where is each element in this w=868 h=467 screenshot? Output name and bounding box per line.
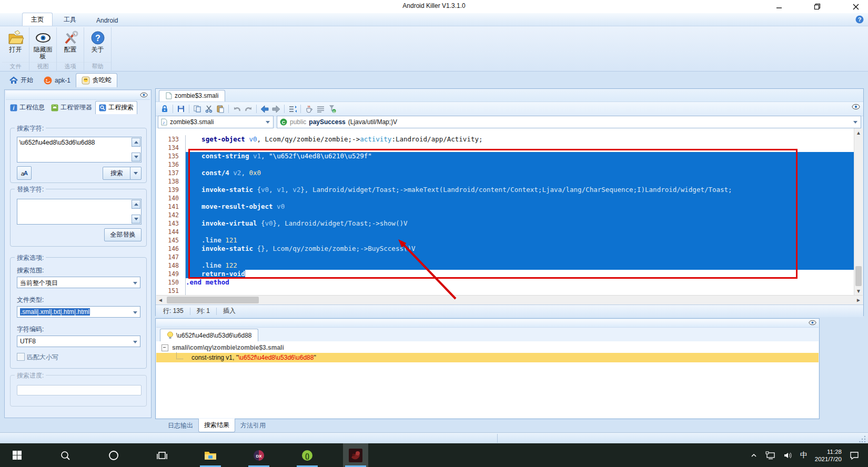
replace-all-button[interactable]: 全部替换 <box>104 228 142 241</box>
sidebar-tab-1[interactable]: i工程信息 <box>7 101 48 114</box>
match-case-checkbox[interactable] <box>17 353 25 361</box>
scroll-down-icon[interactable]: ▼ <box>854 287 863 295</box>
code-line-144[interactable]: 144 <box>156 228 854 236</box>
scroll-left-icon[interactable]: ◄ <box>156 296 165 304</box>
eye-toggle-icon[interactable] <box>809 319 816 326</box>
scroll-down-icon[interactable] <box>132 153 140 161</box>
ribbon-button-4[interactable]: ?关于 <box>85 27 110 62</box>
toolbar-java-button[interactable] <box>303 104 315 114</box>
taskbar-start-button[interactable] <box>4 443 29 467</box>
close-button[interactable] <box>847 0 865 13</box>
code-line-148[interactable]: 148 .line 122 <box>156 261 854 270</box>
ribbon-tab-2[interactable]: 工具 <box>55 13 85 26</box>
taskbar-jadx-button[interactable]: DX <box>246 443 271 467</box>
scope-select[interactable]: 当前整个项目 <box>17 277 140 288</box>
collapse-icon[interactable] <box>162 344 168 351</box>
result-file-row[interactable]: smali\com\qy\zombie\zombie$3.smali <box>162 344 284 351</box>
code-line-133[interactable]: 133 sget-object v0, Lcom/qy/zombie/zombi… <box>156 135 854 144</box>
ribbon-tab-3[interactable]: Android <box>87 14 127 26</box>
code-line-151[interactable]: 151 <box>156 287 854 295</box>
toolbar-cut-button[interactable] <box>203 104 215 114</box>
ribbon-tab-1[interactable]: 主页 <box>22 13 53 26</box>
vertical-scrollbar[interactable]: ▲ ▼ <box>854 128 863 295</box>
code-line-136[interactable]: 136 <box>156 160 854 169</box>
ribbon-button-1[interactable]: 打开 <box>3 27 28 62</box>
restore-button[interactable] <box>808 0 826 13</box>
scroll-up-icon[interactable] <box>132 138 140 147</box>
scrollbar-thumb[interactable] <box>167 297 259 303</box>
method-dropdown[interactable]: C public paySuccess (Ljava/util/Map;)V <box>277 116 861 128</box>
document-tab-2[interactable]: apk-1 <box>38 74 76 87</box>
minimize-button[interactable] <box>770 0 788 13</box>
taskbar-code-app-button[interactable]: () <box>295 443 320 467</box>
eye-toggle-icon[interactable] <box>140 92 148 98</box>
code-line-150[interactable]: 150.end method <box>156 278 854 287</box>
ime-indicator[interactable]: 中 <box>800 451 808 460</box>
taskbar-file-explorer-button[interactable] <box>198 443 223 467</box>
resize-grip-icon[interactable] <box>859 435 866 442</box>
toolbar-redo-button[interactable] <box>243 104 254 114</box>
toolbar-lock-button[interactable] <box>159 104 170 114</box>
sidebar-tab-2[interactable]: 工程管理器 <box>48 101 95 114</box>
output-tab-3[interactable]: 方法引用 <box>235 419 271 432</box>
action-center-icon[interactable] <box>849 451 860 460</box>
horizontal-scrollbar[interactable]: ◄ ► <box>156 295 863 304</box>
code-line-147[interactable]: 147 <box>156 253 854 261</box>
font-case-button[interactable]: aA <box>17 166 32 180</box>
code-line-138[interactable]: 138 <box>156 177 854 186</box>
taskbar-search-button[interactable] <box>53 443 78 467</box>
ribbon-button-3[interactable]: 配置 <box>57 27 83 62</box>
network-icon[interactable] <box>765 451 776 460</box>
scrollbar-thumb[interactable] <box>855 266 862 286</box>
output-tab-1[interactable]: 日志输出 <box>163 419 198 432</box>
replace-input-scrollbar[interactable] <box>132 200 140 224</box>
search-input-scrollbar[interactable] <box>132 138 140 161</box>
code-line-143[interactable]: 143 invoke-virtual {v0}, Landroid/widget… <box>156 219 854 228</box>
document-tab-1[interactable]: 开始 <box>4 74 38 87</box>
search-input[interactable]: \u652f\u4ed8\u53d6\u6d88 <box>17 137 142 163</box>
taskbar-cortana-button[interactable] <box>101 443 126 467</box>
toolbar-paste-button[interactable] <box>215 104 226 114</box>
toolbar-forward-button[interactable] <box>270 104 282 114</box>
toolbar-copy-button[interactable] <box>191 104 203 114</box>
code-line-137[interactable]: 137 const/4 v2, 0x0 <box>156 169 854 177</box>
result-match-row[interactable]: const-string v1, "\u652f\u4ed8\u53d6\u6d… <box>156 353 819 362</box>
code-line-149[interactable]: 149 return-void <box>156 270 854 278</box>
taskbar-clock[interactable]: 11:28 2021/7/20 <box>815 448 842 463</box>
code-line-134[interactable]: 134 <box>156 144 854 152</box>
chevron-up-icon[interactable] <box>750 451 758 460</box>
taskbar-android-killer-button[interactable] <box>343 443 368 467</box>
search-button[interactable]: 搜索 <box>103 167 131 180</box>
file-dropdown[interactable]: ♪ zombie$3.smali <box>158 116 274 128</box>
code-line-141[interactable]: 141 move-result-object v0 <box>156 202 854 211</box>
scroll-down-icon[interactable] <box>132 215 140 224</box>
code-line-146[interactable]: 146 invoke-static {}, Lcom/qy/zombie/zom… <box>156 245 854 253</box>
toolbar-sort-lines-button[interactable] <box>287 104 298 114</box>
toolbar-import-method-button[interactable]: G <box>326 104 338 114</box>
help-icon[interactable]: ? <box>855 15 864 24</box>
search-result-tab[interactable]: \u652f\u4ed8\u53d6\u6d88 <box>160 329 258 341</box>
toolbar-undo-button[interactable] <box>231 104 243 114</box>
toolbar-save-button[interactable] <box>175 104 187 114</box>
code-line-140[interactable]: 140 <box>156 194 854 202</box>
filetype-select[interactable]: .smali|.xml|.txt|.htm|.html <box>17 306 140 318</box>
taskbar-task-view-button[interactable] <box>149 443 175 467</box>
output-tab-2[interactable]: 搜索结果 <box>198 419 235 432</box>
document-tab-3[interactable]: 贪吃蛇 <box>76 73 117 87</box>
volume-icon[interactable] <box>783 451 793 460</box>
scroll-up-icon[interactable]: ▲ <box>854 128 863 137</box>
code-line-145[interactable]: 145 .line 121 <box>156 236 854 245</box>
editor-file-tab[interactable]: zombie$3.smali <box>159 90 225 101</box>
sidebar-tab-3[interactable]: 工程搜索 <box>95 101 137 114</box>
eye-toggle-icon[interactable] <box>852 103 860 110</box>
search-options-dropdown-button[interactable] <box>130 167 142 180</box>
scroll-up-icon[interactable] <box>132 200 140 209</box>
code-line-135[interactable]: 135 const-string v1, "\u652f\u4ed8\u6210… <box>156 152 854 160</box>
toolbar-justify-button[interactable] <box>315 104 326 114</box>
ribbon-button-2[interactable]: 隐藏面板 <box>30 27 56 62</box>
scroll-right-icon[interactable]: ► <box>854 296 863 304</box>
toolbar-back-button[interactable] <box>259 104 270 114</box>
code-line-139[interactable]: 139 invoke-static {v0, v1, v2}, Landroid… <box>156 186 854 194</box>
code-area[interactable]: 133 sget-object v0, Lcom/qy/zombie/zombi… <box>156 128 863 295</box>
replace-input[interactable] <box>17 199 142 225</box>
